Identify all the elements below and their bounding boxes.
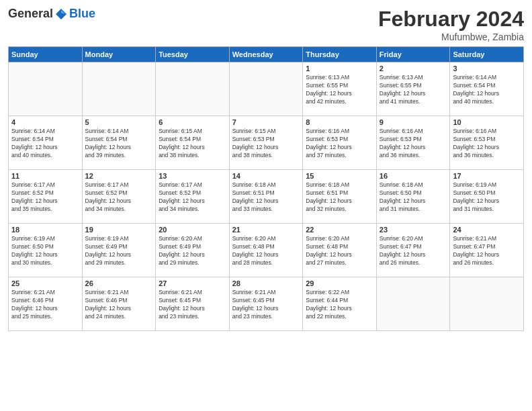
day-info: Sunrise: 6:17 AM Sunset: 6:52 PM Dayligh…	[159, 181, 226, 214]
day-info: Sunrise: 6:14 AM Sunset: 6:54 PM Dayligh…	[11, 128, 79, 160]
col-thursday: Thursday	[303, 47, 377, 62]
table-row: 27Sunrise: 6:21 AM Sunset: 6:45 PM Dayli…	[156, 277, 230, 331]
day-number: 16	[380, 172, 447, 180]
table-row: 3Sunrise: 6:14 AM Sunset: 6:54 PM Daylig…	[450, 62, 524, 116]
table-row: 20Sunrise: 6:20 AM Sunset: 6:49 PM Dayli…	[156, 224, 230, 277]
day-info: Sunrise: 6:18 AM Sunset: 6:51 PM Dayligh…	[306, 181, 373, 214]
day-info: Sunrise: 6:21 AM Sunset: 6:46 PM Dayligh…	[11, 289, 79, 321]
calendar-week-0: 1Sunrise: 6:13 AM Sunset: 6:55 PM Daylig…	[9, 62, 524, 116]
day-number: 24	[453, 226, 521, 234]
table-row: 28Sunrise: 6:21 AM Sunset: 6:45 PM Dayli…	[229, 277, 303, 331]
table-row: 2Sunrise: 6:13 AM Sunset: 6:55 PM Daylig…	[376, 62, 450, 116]
day-info: Sunrise: 6:16 AM Sunset: 6:53 PM Dayligh…	[380, 128, 447, 160]
table-row: 21Sunrise: 6:20 AM Sunset: 6:48 PM Dayli…	[229, 224, 303, 277]
day-number: 13	[159, 172, 226, 180]
day-info: Sunrise: 6:15 AM Sunset: 6:53 PM Dayligh…	[232, 128, 300, 160]
table-row	[156, 62, 230, 116]
day-info: Sunrise: 6:21 AM Sunset: 6:47 PM Dayligh…	[453, 235, 521, 267]
day-number: 6	[159, 118, 226, 126]
day-number: 10	[453, 118, 521, 126]
day-number: 9	[380, 118, 447, 126]
day-info: Sunrise: 6:18 AM Sunset: 6:51 PM Dayligh…	[232, 181, 300, 214]
day-info: Sunrise: 6:16 AM Sunset: 6:53 PM Dayligh…	[306, 128, 373, 160]
logo: General Blue	[8, 7, 95, 21]
day-number: 28	[232, 279, 300, 287]
table-row	[82, 62, 156, 116]
day-number: 25	[11, 279, 79, 287]
calendar: Sunday Monday Tuesday Wednesday Thursday…	[8, 46, 524, 331]
month-title: February 2024	[378, 7, 524, 32]
table-row	[9, 62, 83, 116]
day-info: Sunrise: 6:21 AM Sunset: 6:46 PM Dayligh…	[85, 289, 153, 321]
table-row: 18Sunrise: 6:19 AM Sunset: 6:50 PM Dayli…	[9, 224, 83, 277]
header: General Blue February 2024 Mufumbwe, Zam…	[8, 7, 524, 42]
table-row: 6Sunrise: 6:15 AM Sunset: 6:54 PM Daylig…	[156, 116, 230, 170]
table-row: 10Sunrise: 6:16 AM Sunset: 6:53 PM Dayli…	[450, 116, 524, 170]
table-row	[229, 62, 303, 116]
day-info: Sunrise: 6:22 AM Sunset: 6:44 PM Dayligh…	[306, 289, 373, 321]
table-row: 24Sunrise: 6:21 AM Sunset: 6:47 PM Dayli…	[450, 224, 524, 277]
table-row: 25Sunrise: 6:21 AM Sunset: 6:46 PM Dayli…	[9, 277, 83, 331]
calendar-week-3: 18Sunrise: 6:19 AM Sunset: 6:50 PM Dayli…	[9, 224, 524, 277]
day-number: 7	[232, 118, 300, 126]
table-row: 12Sunrise: 6:17 AM Sunset: 6:52 PM Dayli…	[82, 170, 156, 224]
table-row: 19Sunrise: 6:19 AM Sunset: 6:49 PM Dayli…	[82, 224, 156, 277]
day-number: 8	[306, 118, 373, 126]
day-number: 12	[85, 172, 153, 180]
day-number: 4	[11, 118, 79, 126]
table-row: 22Sunrise: 6:20 AM Sunset: 6:48 PM Dayli…	[303, 224, 377, 277]
day-number: 18	[11, 226, 79, 234]
day-info: Sunrise: 6:21 AM Sunset: 6:45 PM Dayligh…	[159, 289, 226, 321]
day-number: 17	[453, 172, 521, 180]
location: Mufumbwe, Zambia	[378, 32, 524, 42]
day-info: Sunrise: 6:20 AM Sunset: 6:48 PM Dayligh…	[306, 235, 373, 267]
day-number: 14	[232, 172, 300, 180]
table-row: 5Sunrise: 6:14 AM Sunset: 6:54 PM Daylig…	[82, 116, 156, 170]
logo-icon	[54, 7, 68, 21]
table-row: 16Sunrise: 6:18 AM Sunset: 6:50 PM Dayli…	[376, 170, 450, 224]
day-number: 5	[85, 118, 153, 126]
day-number: 26	[85, 279, 153, 287]
day-number: 23	[380, 226, 447, 234]
day-number: 2	[380, 64, 447, 73]
day-number: 1	[306, 64, 373, 73]
day-info: Sunrise: 6:14 AM Sunset: 6:54 PM Dayligh…	[453, 74, 521, 106]
calendar-week-1: 4Sunrise: 6:14 AM Sunset: 6:54 PM Daylig…	[9, 116, 524, 170]
day-info: Sunrise: 6:18 AM Sunset: 6:50 PM Dayligh…	[380, 181, 447, 214]
day-number: 27	[159, 279, 226, 287]
table-row	[376, 277, 450, 331]
day-info: Sunrise: 6:13 AM Sunset: 6:55 PM Dayligh…	[380, 74, 447, 106]
day-info: Sunrise: 6:19 AM Sunset: 6:49 PM Dayligh…	[85, 235, 153, 267]
title-section: February 2024 Mufumbwe, Zambia	[378, 7, 524, 42]
day-info: Sunrise: 6:21 AM Sunset: 6:45 PM Dayligh…	[232, 289, 300, 321]
day-info: Sunrise: 6:15 AM Sunset: 6:54 PM Dayligh…	[159, 128, 226, 160]
day-number: 29	[306, 279, 373, 287]
table-row: 29Sunrise: 6:22 AM Sunset: 6:44 PM Dayli…	[303, 277, 377, 331]
table-row: 4Sunrise: 6:14 AM Sunset: 6:54 PM Daylig…	[9, 116, 83, 170]
col-monday: Monday	[82, 47, 156, 62]
day-info: Sunrise: 6:20 AM Sunset: 6:49 PM Dayligh…	[159, 235, 226, 267]
col-tuesday: Tuesday	[156, 47, 230, 62]
table-row: 1Sunrise: 6:13 AM Sunset: 6:55 PM Daylig…	[303, 62, 377, 116]
logo-general-text: General	[8, 7, 53, 21]
day-info: Sunrise: 6:20 AM Sunset: 6:48 PM Dayligh…	[232, 235, 300, 267]
table-row: 13Sunrise: 6:17 AM Sunset: 6:52 PM Dayli…	[156, 170, 230, 224]
table-row	[450, 277, 524, 331]
day-number: 19	[85, 226, 153, 234]
table-row: 17Sunrise: 6:19 AM Sunset: 6:50 PM Dayli…	[450, 170, 524, 224]
table-row: 8Sunrise: 6:16 AM Sunset: 6:53 PM Daylig…	[303, 116, 377, 170]
day-number: 11	[11, 172, 79, 180]
day-info: Sunrise: 6:13 AM Sunset: 6:55 PM Dayligh…	[306, 74, 373, 106]
table-row: 15Sunrise: 6:18 AM Sunset: 6:51 PM Dayli…	[303, 170, 377, 224]
logo-blue-text: Blue	[69, 7, 95, 21]
day-info: Sunrise: 6:20 AM Sunset: 6:47 PM Dayligh…	[380, 235, 447, 267]
day-info: Sunrise: 6:19 AM Sunset: 6:50 PM Dayligh…	[11, 235, 79, 267]
day-info: Sunrise: 6:14 AM Sunset: 6:54 PM Dayligh…	[85, 128, 153, 160]
calendar-week-4: 25Sunrise: 6:21 AM Sunset: 6:46 PM Dayli…	[9, 277, 524, 331]
day-info: Sunrise: 6:19 AM Sunset: 6:50 PM Dayligh…	[453, 181, 521, 214]
calendar-week-2: 11Sunrise: 6:17 AM Sunset: 6:52 PM Dayli…	[9, 170, 524, 224]
table-row: 11Sunrise: 6:17 AM Sunset: 6:52 PM Dayli…	[9, 170, 83, 224]
day-info: Sunrise: 6:17 AM Sunset: 6:52 PM Dayligh…	[85, 181, 153, 214]
col-wednesday: Wednesday	[229, 47, 303, 62]
table-row: 14Sunrise: 6:18 AM Sunset: 6:51 PM Dayli…	[229, 170, 303, 224]
